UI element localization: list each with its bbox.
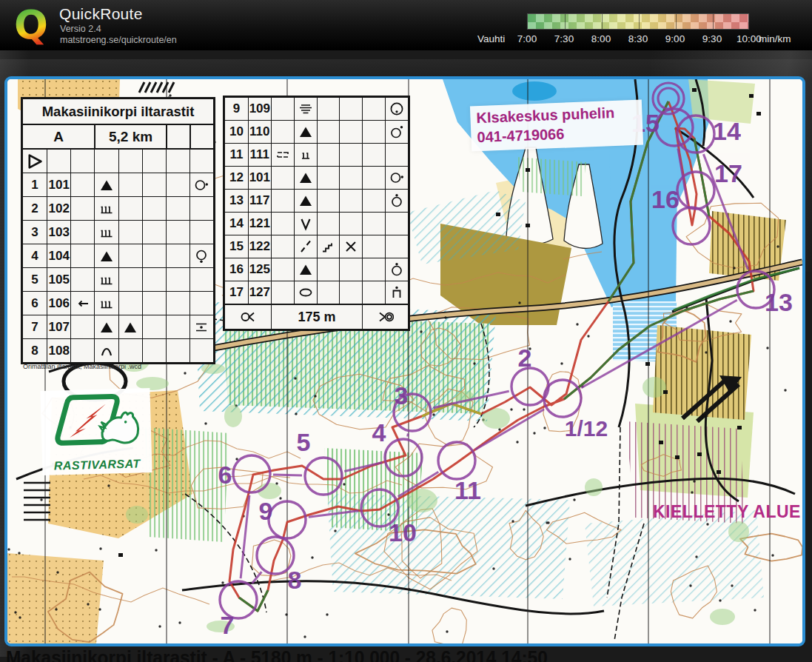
cd-symbol-dot-between-lines — [193, 320, 209, 335]
cd-cell — [166, 244, 189, 267]
cd-cell — [189, 197, 213, 220]
cd-cell — [317, 258, 340, 281]
cd-cell — [362, 258, 385, 281]
cd-cell — [317, 167, 340, 189]
cd-cell — [362, 144, 385, 166]
cd-cell — [294, 258, 317, 281]
control-number: 8 — [288, 566, 302, 594]
event-phone-label: KIsakeskus puhelin 041-4719066 — [470, 100, 643, 152]
quickroute-logo-icon: Q — [12, 2, 55, 48]
pace-tick-mark — [602, 14, 603, 29]
cd-cell — [118, 221, 142, 244]
cd-cell — [294, 167, 317, 189]
cd-cell: 15 — [225, 235, 248, 258]
cd-cell: 2 — [23, 197, 47, 220]
cd-cell — [317, 235, 340, 258]
cd-cell — [94, 339, 118, 362]
cd-symbol-circle-dot-e — [389, 170, 405, 185]
cd-cell — [339, 190, 362, 212]
cd-cell: 106 — [47, 292, 70, 315]
cd-cell: 101 — [47, 173, 70, 196]
cd-cell — [70, 339, 94, 362]
pace-tick-label: 9:00 — [658, 33, 692, 44]
cd-cell: 3 — [23, 221, 47, 244]
club-logo: RASTIVARSAT — [40, 388, 152, 475]
cd-cell — [294, 190, 317, 212]
app-version: Versio 2.4 — [60, 24, 101, 34]
cd-cell — [118, 315, 142, 338]
cd-cell — [70, 150, 94, 173]
forbidden-area-label: KIELLETTY ALUE — [653, 502, 801, 522]
cd-cell — [271, 258, 294, 281]
cd-row: 4104 — [23, 244, 213, 268]
cd-cell: 7 — [23, 315, 47, 338]
cd-cell — [271, 281, 294, 304]
cd-cell — [271, 190, 294, 212]
cd-cell — [189, 221, 213, 244]
cd-cell — [118, 197, 142, 220]
cd-cell — [362, 167, 385, 189]
cd-cell — [118, 244, 142, 267]
cd-cell — [385, 281, 408, 304]
cd-symbol-oval — [298, 285, 314, 300]
cd-symbol-knoll — [98, 178, 115, 193]
cd-symbol-saddle — [98, 344, 115, 358]
cd-cell — [118, 150, 142, 173]
control-number: 9 — [259, 497, 273, 525]
cd-cell: 107 — [47, 315, 70, 338]
cd-cell — [317, 213, 340, 235]
cd-cell: 121 — [248, 213, 271, 235]
cd-cell — [70, 268, 94, 291]
cd-row: 5105 — [23, 268, 213, 292]
cd-symbol-circle-dot-n — [389, 193, 405, 208]
control-number: 11 — [454, 476, 481, 504]
cd-cell — [317, 144, 340, 166]
cd-cell — [339, 281, 362, 304]
cd-symbol-arrow-left — [75, 296, 91, 311]
pace-tick-label: 8:00 — [584, 33, 618, 44]
cd-cell — [189, 244, 213, 267]
cd-cell — [142, 315, 166, 338]
app-header: Q QuickRoute Versio 2.4 matstroeng.se/qu… — [0, 0, 812, 50]
cd-cell — [142, 150, 166, 173]
cd-cell — [166, 197, 189, 220]
cd-cell: 13 — [225, 190, 248, 212]
cd-symbol-dashed-line — [298, 239, 314, 254]
cd-cell: 109 — [248, 98, 271, 120]
quickroute-window: Q QuickRoute Versio 2.4 matstroeng.se/qu… — [0, 0, 812, 662]
club-name: RASTIVARSAT — [42, 457, 152, 473]
cd-cell: 16 — [225, 258, 248, 281]
pace-tick-mark — [639, 14, 640, 29]
cd-cell — [189, 150, 213, 173]
cd-cell — [142, 197, 166, 220]
cd-row: 15122 — [225, 235, 408, 258]
cd-row: 6106 — [23, 292, 213, 315]
cd-cell — [271, 167, 294, 189]
cd-row: 11111 — [225, 144, 408, 167]
cd-cell — [70, 292, 94, 315]
cd-row: 12101 — [225, 167, 408, 190]
cd-symbol-reentrant — [298, 216, 314, 231]
pace-tick-label: 10:00 — [732, 33, 766, 44]
event-title: Makasiinikorpi iltarastit — [23, 99, 213, 125]
cd-symbol-gate-dot — [389, 285, 405, 300]
cd-symbol-cliff — [98, 273, 115, 287]
cd-cell — [94, 244, 118, 267]
cd-cell — [385, 190, 408, 212]
cd-cell — [271, 121, 294, 143]
cd-cell — [94, 315, 118, 338]
cd-cell: 1 — [23, 173, 47, 196]
cd-symbol-cliff-small — [298, 147, 314, 162]
cd-symbol-nav-circle — [240, 310, 256, 324]
cd-cell — [166, 292, 189, 315]
cd-cell — [94, 268, 118, 291]
course-name: A — [23, 125, 94, 148]
cd-cell — [94, 221, 118, 244]
cd-cell — [317, 121, 340, 143]
cd-cell — [385, 258, 408, 281]
cd-cell — [94, 292, 118, 315]
empty-cell — [189, 125, 213, 148]
app-title: QuickRoute — [59, 5, 143, 23]
app-url: matstroeng.se/quickroute/en — [60, 35, 177, 45]
control-number: 7 — [221, 611, 235, 639]
